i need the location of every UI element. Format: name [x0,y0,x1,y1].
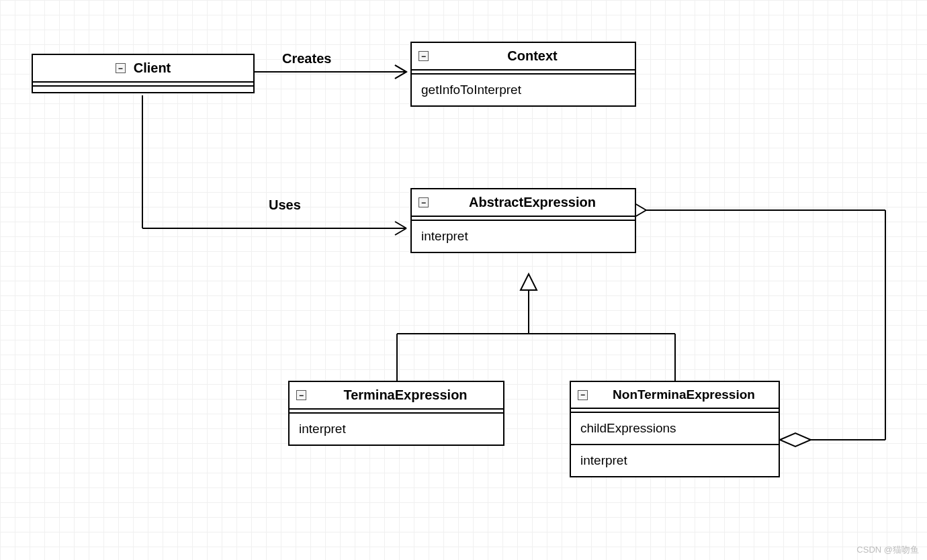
class-context: − Context getInfoToInterpret [410,42,636,107]
class-name: Client [134,60,171,76]
class-nonterminalexpression-title: − NonTerminaExpression [571,382,779,409]
collapse-icon[interactable]: − [116,63,126,73]
edge-label-uses: Uses [269,197,301,213]
class-terminalexpression-title: − TerminaExpression [290,382,503,410]
class-name: TerminaExpression [314,387,496,403]
class-name: NonTerminaExpression [596,387,772,402]
class-name: AbstractExpression [437,195,628,210]
class-method: interpret [290,414,503,445]
watermark: CSDN @猫吻鱼 [856,544,919,556]
class-name: Context [437,48,628,64]
collapse-icon[interactable]: − [296,390,306,400]
class-client-title: − Client [33,55,253,83]
collapse-icon[interactable]: − [418,197,429,207]
class-method: interpret [412,221,635,252]
collapse-icon[interactable]: − [578,390,588,400]
edge-label-creates: Creates [282,51,331,66]
class-abstract-expression: − AbstractExpression interpret [410,188,636,253]
class-nonterminal-expression: − NonTerminaExpression childExpressions … [570,381,780,477]
class-method: getInfoToInterpret [412,75,635,105]
class-terminal-expression: − TerminaExpression interpret [288,381,504,446]
collapse-icon[interactable]: − [418,51,429,61]
class-client: − Client [32,54,255,93]
class-abstractexpression-title: − AbstractExpression [412,189,635,217]
class-attribute: childExpressions [571,413,779,444]
class-empty-section [33,87,253,92]
class-context-title: − Context [412,43,635,71]
class-method: interpret [571,444,779,476]
